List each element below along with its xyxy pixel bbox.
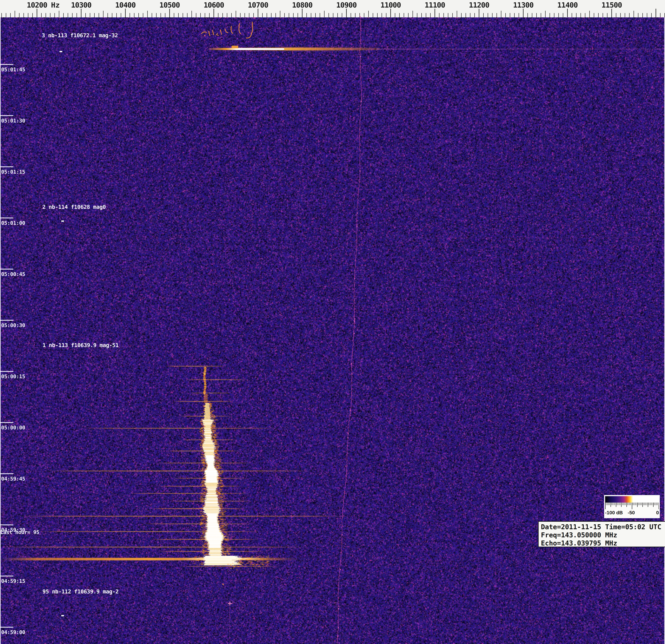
freq-tick-label: 11300 [513, 1, 534, 9]
last-hour-counter: Last hour= 95 [0, 529, 39, 535]
detection-marker: - [60, 611, 65, 620]
time-tick-label: 05:00:00 [1, 424, 25, 431]
freq-tick-label: 10900 [336, 1, 357, 9]
freq-tick-label: 10600 [204, 1, 224, 9]
time-tick-label: 05:00:15 [1, 374, 25, 379]
time-tick-label: 04:59:00 [1, 629, 25, 635]
colorbar-label-max: 0 [656, 510, 659, 515]
time-tick-label: 04:59:15 [1, 578, 25, 584]
colorbar-legend: -100 dB -50 0 [604, 495, 660, 518]
info-frequency: Freq=143.050000 MHz [541, 531, 665, 539]
freq-tick-label: 11500 [602, 1, 622, 9]
colorbar-ticks [605, 503, 659, 510]
detection-marker: - [58, 47, 63, 55]
colorbar-label-mid: -50 [628, 510, 635, 515]
freq-tick-label: 11400 [557, 1, 578, 9]
freq-tick-label: 10800 [292, 1, 312, 9]
detection-marker: - [60, 216, 65, 225]
freq-tick-label: 10700 [248, 1, 268, 9]
colorbar-labels: -100 dB -50 0 [604, 510, 660, 516]
detection-label: 3 nb-113 f10672.1 mag-32 [42, 32, 118, 39]
time-tick-label: 04:59:45 [1, 476, 25, 482]
freq-tick-label: 11100 [425, 1, 445, 9]
detection-label: 2 nb-114 f10628 mag0 [42, 204, 106, 210]
freq-tick-label: 10500 [159, 1, 180, 9]
freq-tick-label: 10400 [115, 1, 136, 9]
detection-label: 1 nb-113 f10639.9 mag-51 [42, 342, 118, 348]
colorbar-label-min: -100 dB [605, 510, 623, 515]
freq-tick-label: 10200 [27, 1, 47, 9]
time-tick-label: 05:00:45 [1, 271, 25, 277]
colorbar-gradient [605, 496, 659, 503]
freq-tick-label: 11000 [380, 1, 401, 9]
info-echo-frequency: Echo=143.039795 MHz [541, 539, 665, 547]
time-tick-label: 05:01:15 [1, 169, 25, 175]
spectrogram-canvas [0, 0, 665, 644]
time-tick-label: 05:00:30 [1, 322, 25, 328]
freq-tick-label: 10300 [71, 1, 92, 9]
detection-label: 95 nb-112 f10639.9 mag-2 [42, 588, 118, 595]
freq-unit-label: Hz [51, 1, 60, 9]
status-info-box: Date=2011-11-15 Time=05:02 UTC Freq=143.… [538, 521, 665, 547]
time-tick-label: 05:01:30 [1, 118, 25, 124]
freq-tick-label: 11200 [469, 1, 489, 9]
time-tick-label: 05:01:00 [1, 220, 25, 226]
info-date-time: Date=2011-11-15 Time=05:02 UTC [541, 523, 665, 531]
spectrogram-screen: 1020010300104001050010600107001080010900… [0, 0, 665, 644]
time-tick-label: 05:01:45 [1, 67, 25, 73]
